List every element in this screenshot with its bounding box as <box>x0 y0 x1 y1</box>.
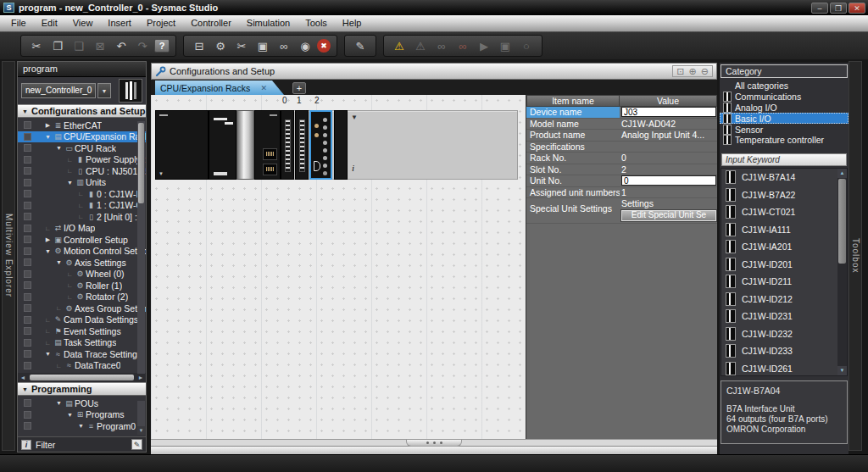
menu-item[interactable]: Help <box>335 15 370 31</box>
tree-expander-icon[interactable]: ∟ <box>43 328 53 334</box>
menu-item[interactable]: Insert <box>100 15 139 31</box>
filter-label[interactable]: Filter <box>36 440 55 450</box>
category-item[interactable]: All categories <box>720 81 849 92</box>
check-all-programs-icon[interactable]: ∞ <box>453 37 472 54</box>
tree-item[interactable]: ▼ ▭ CPU Rack <box>18 142 146 154</box>
configurations-section-header[interactable]: ▼ Configurations and Setup <box>18 104 146 118</box>
check-program-icon[interactable]: ∞ <box>432 37 451 54</box>
power-supply-unit[interactable]: ▼ <box>155 110 209 180</box>
delete-icon[interactable]: ⊠ <box>91 37 109 54</box>
pin-icon[interactable]: ⊡ <box>676 66 684 76</box>
zoom-out-icon[interactable]: ⊖ <box>701 66 709 76</box>
category-item[interactable]: Communications <box>720 92 849 103</box>
tree-item[interactable]: ∟ ▯ CPU : NJ501-15 <box>18 165 146 177</box>
toolbox-unit-item[interactable]: CJ1W-IA201 <box>721 238 837 256</box>
project-transfer-icon[interactable]: ⊟ <box>190 37 209 54</box>
scrollbar-thumb[interactable] <box>138 123 144 203</box>
programming-section-header[interactable]: ▼ Programming <box>18 382 146 396</box>
tree-expander-icon[interactable]: ▼ <box>65 180 75 186</box>
controller-select[interactable]: new_Controller_0 <box>21 83 96 98</box>
tree-item[interactable]: ▼ ▤ POUs <box>18 397 146 409</box>
scroll-left-icon[interactable]: ◄ <box>18 375 28 380</box>
filter-edit-icon[interactable]: ✎ <box>131 439 142 450</box>
tree-item[interactable]: ∟ ▮ 1 : CJ1W-O <box>18 200 146 212</box>
toolbox-unit-item[interactable]: CJ1W-ID211 <box>721 273 837 291</box>
tree-expander-icon[interactable]: ▶ <box>43 122 53 129</box>
simulation-step-icon[interactable]: ▣ <box>496 37 515 54</box>
tree-item[interactable]: ▼ ▤ CPU/Expansion Racks <box>18 131 146 143</box>
tree-item[interactable]: ▼ ≈ Data Trace Settings <box>18 348 146 360</box>
tree-expander-icon[interactable]: ∟ <box>54 363 64 369</box>
copy-icon[interactable]: ❐ <box>48 37 67 54</box>
category-item[interactable]: Temperature controller <box>720 135 849 146</box>
tree-item[interactable]: ∟ ▯ 2 [Unit 0] : <box>18 211 146 223</box>
tree-expander-icon[interactable]: ∟ <box>43 340 53 346</box>
toolbox-unit-item[interactable]: CJ1W-ID212 <box>721 290 837 308</box>
cpu-unit-front[interactable] <box>209 110 236 180</box>
tree-expander-icon[interactable]: ∟ <box>76 191 86 197</box>
slot-2-unit-selected[interactable] <box>309 110 332 180</box>
toolbox-unit-item[interactable]: CJ1W-ID201 <box>721 255 837 273</box>
tree-expander-icon[interactable]: ▼ <box>43 248 53 254</box>
tree-item[interactable]: ∟ ⇄ I/O Map <box>18 223 146 235</box>
slot-0-unit[interactable] <box>281 110 294 180</box>
tree-item[interactable]: ∟ ⚙ Wheel (0) <box>18 269 146 280</box>
menu-item[interactable]: Edit <box>34 15 65 31</box>
tree-expander-icon[interactable]: ▼ <box>54 259 64 265</box>
menu-item[interactable]: Tools <box>298 15 335 31</box>
menu-item[interactable]: View <box>65 15 101 31</box>
tree-expander-icon[interactable]: ∟ <box>65 168 75 174</box>
tree-expander-icon[interactable]: ▼ <box>43 134 53 140</box>
tab-close-icon[interactable]: ✕ <box>260 84 267 92</box>
tree-expander-icon[interactable]: ▶ <box>43 236 53 243</box>
toolbox-strip[interactable]: Toolbox <box>849 61 862 451</box>
property-row[interactable]: Unit No. 0 0 <box>526 175 717 187</box>
watch-window-icon[interactable]: ∞ <box>275 37 293 54</box>
search-icon[interactable]: ◉ <box>296 37 314 54</box>
tree-item[interactable]: ∟ ✎ Cam Data Settings <box>18 314 146 326</box>
simulation-stop-icon[interactable]: ○ <box>517 37 536 54</box>
cpu-card-slot-cover[interactable] <box>236 110 254 180</box>
redo-icon[interactable]: ↷ <box>133 37 152 54</box>
unit-list-scrollbar[interactable]: ▲ ▼ <box>837 169 847 375</box>
monitor-icon[interactable]: ▣ <box>253 37 272 54</box>
tree-item[interactable]: ∟ ⚙ Rotator (2) <box>18 292 146 303</box>
tree-expander-icon[interactable]: ▼ <box>76 423 86 429</box>
tree-expander-icon[interactable]: ▼ <box>54 145 64 151</box>
scroll-right-icon[interactable]: ► <box>136 375 146 380</box>
build-icon[interactable]: ⚠ <box>390 37 409 54</box>
tree-item[interactable]: ∟ ▮ 0 : CJ1W-ID <box>18 188 146 200</box>
restore-button[interactable]: ❐ <box>830 3 847 14</box>
tree-expander-icon[interactable]: ∟ <box>43 317 53 323</box>
menu-item[interactable]: Controller <box>183 15 239 31</box>
tree-item[interactable]: ∟ ⚙ Axes Group Settings <box>18 303 146 314</box>
add-tab-button[interactable]: + <box>292 82 306 94</box>
property-row[interactable]: Assigned unit numbers 1 1 <box>526 187 717 199</box>
menu-item[interactable]: File <box>3 15 34 31</box>
category-item[interactable]: Sensor <box>720 124 849 135</box>
tree-expander-icon[interactable]: ∟ <box>43 225 53 231</box>
scroll-up-icon[interactable]: ▲ <box>837 169 847 178</box>
property-row[interactable]: Product name Analog Input Unit 4... Anal… <box>526 130 717 142</box>
tree-item[interactable]: ▶ ▣ Controller Setup <box>18 234 146 246</box>
property-row[interactable]: Special Unit Settings Settings Settings … <box>526 198 717 224</box>
transfer-trim-icon[interactable]: ✂ <box>232 37 251 54</box>
cpu-unit-ports[interactable] <box>254 110 281 180</box>
variable-manager-icon[interactable]: ✎ <box>351 37 370 54</box>
tree-expander-icon[interactable]: ∟ <box>65 294 75 300</box>
property-value-input[interactable] <box>621 175 716 186</box>
toolbox-unit-item[interactable]: CJ1W-ID261 <box>721 359 837 376</box>
tree-item[interactable]: ▼ ⊞ Programs <box>18 409 146 421</box>
cut-icon[interactable]: ✂ <box>27 37 46 54</box>
property-row[interactable]: Device name J03 J03 <box>526 107 717 119</box>
property-row[interactable]: Specifications <box>526 142 717 153</box>
slot-1-unit[interactable] <box>295 110 309 180</box>
end-cover-unit[interactable] <box>334 110 348 180</box>
toolbox-unit-item[interactable]: CJ1W-CT021 <box>721 203 837 221</box>
programming-tree-scrollbar[interactable]: ▼ <box>137 401 145 435</box>
category-item[interactable]: Analog I/O <box>720 103 849 114</box>
tree-expander-icon[interactable]: ▼ <box>65 412 75 418</box>
toolbox-unit-item[interactable]: CJ1W-ID232 <box>721 325 837 342</box>
toolbox-unit-item[interactable]: CJ1W-ID233 <box>721 342 837 360</box>
tree-item[interactable]: ∟ ▮ Power Supply : <box>18 154 146 166</box>
